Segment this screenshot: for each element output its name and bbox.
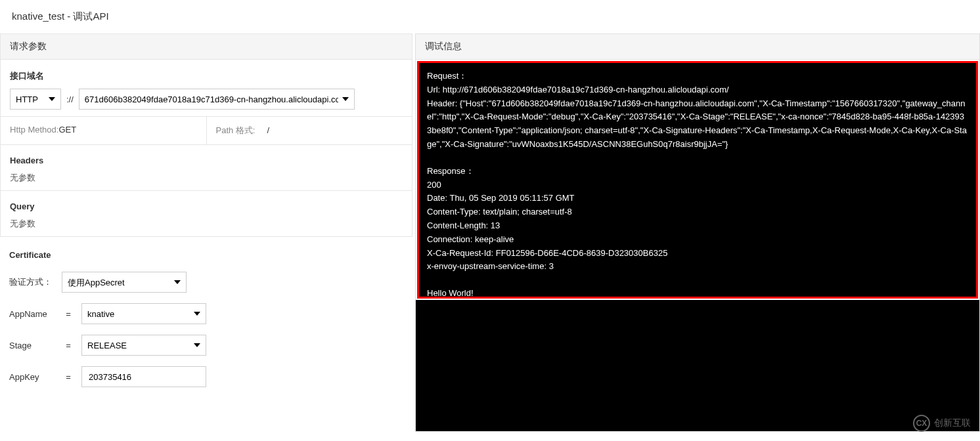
console-header: Header: {"Host":"671d606b382049fdae7018a…	[427, 97, 968, 152]
console-response-label: Response：	[427, 165, 968, 178]
console-connection: Connection: keep-alive	[427, 233, 968, 247]
domain-select[interactable]: 671d606b382049fdae7018a19c71d369-cn-hang…	[79, 89, 355, 110]
console-body: Hello World!	[427, 287, 968, 299]
http-method-value: GET	[58, 125, 76, 135]
path-value: /	[267, 125, 270, 135]
certificate-section: Certificate 验证方式： 使用AppSecret AppName = …	[0, 237, 412, 402]
query-none: 无参数	[10, 218, 403, 230]
console-url: Url: http://671d606b382049fdae7018a19c71…	[427, 83, 968, 97]
auth-method-label: 验证方式：	[9, 276, 55, 288]
auth-method-select[interactable]: 使用AppSecret	[62, 272, 187, 293]
request-params-panel: 请求参数 接口域名 HTTP :// 671d606b382049fdae701…	[0, 33, 412, 432]
query-label: Query	[10, 198, 403, 218]
certificate-label: Certificate	[9, 246, 403, 266]
request-params-header: 请求参数	[0, 33, 412, 60]
debug-info-panel: 调试信息 Request： Url: http://671d606b382049…	[415, 33, 980, 432]
query-section: Query 无参数	[0, 191, 412, 237]
method-path-row: Http Method:GET Path 格式: /	[0, 117, 412, 145]
app-name-select[interactable]: knative	[81, 303, 206, 324]
console-upstream-time: x-envoy-upstream-service-time: 3	[427, 260, 968, 274]
console-request-label: Request：	[427, 70, 968, 83]
console-bottom-area	[416, 300, 979, 431]
domain-label: 接口域名	[10, 66, 403, 89]
console-date: Date: Thu, 05 Sep 2019 05:11:57 GMT	[427, 192, 968, 205]
console-content-length: Content-Length: 13	[427, 219, 968, 233]
http-method-label: Http Method:	[10, 125, 58, 135]
app-key-input[interactable]	[81, 366, 206, 387]
domain-section: 接口域名 HTTP :// 671d606b382049fdae7018a19c…	[0, 60, 412, 117]
stage-select[interactable]: RELEASE	[81, 335, 206, 356]
app-name-label: AppName	[9, 309, 55, 319]
page-title: knative_test - 调试API	[0, 0, 980, 33]
console-request-id: X-Ca-Request-Id: FF012596-D66E-4CD6-8639…	[427, 247, 968, 261]
watermark-icon: CX	[913, 415, 930, 432]
watermark-text: 创新互联	[934, 417, 971, 429]
equals-sign: =	[62, 309, 75, 319]
protocol-separator: ://	[65, 94, 75, 104]
debug-info-header: 调试信息	[416, 34, 979, 60]
debug-console: Request： Url: http://671d606b382049fdae7…	[417, 61, 978, 299]
protocol-select[interactable]: HTTP	[10, 89, 61, 110]
path-label: Path 格式:	[216, 125, 256, 135]
app-key-label: AppKey	[9, 372, 55, 382]
equals-sign: =	[62, 341, 75, 350]
headers-none: 无参数	[10, 172, 403, 184]
console-status: 200	[427, 178, 968, 192]
headers-section: Headers 无参数	[0, 145, 412, 191]
console-content-type: Content-Type: text/plain; charset=utf-8	[427, 205, 968, 219]
watermark: CX 创新互联	[913, 415, 971, 432]
headers-label: Headers	[10, 152, 403, 172]
stage-label: Stage	[9, 341, 55, 350]
equals-sign: =	[62, 372, 75, 382]
